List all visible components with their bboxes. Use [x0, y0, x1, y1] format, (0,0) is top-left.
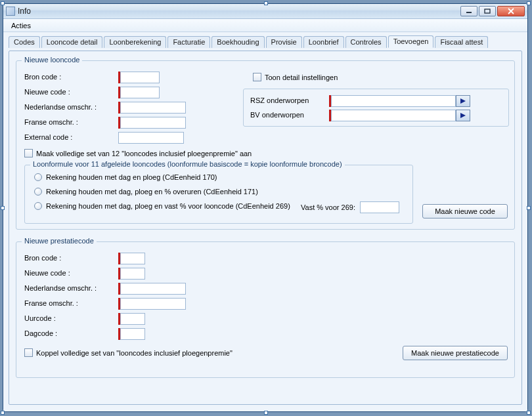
input-nieuwe-code[interactable] [120, 87, 160, 98]
titlebar[interactable]: Info [3, 4, 527, 19]
svg-marker-2 [460, 98, 466, 104]
client-area: CodesLooncode detailLoonberekeningFactur… [3, 32, 527, 411]
input-uurcode[interactable] [120, 313, 145, 325]
radio-dag-ploeg-overuren[interactable]: Rekening houden met dag, ploeg en % over… [34, 188, 258, 196]
input-vast-269[interactable] [360, 201, 399, 213]
window: Info Acties CodesLooncode detailLoonbere… [3, 3, 528, 412]
tab-boekhouding[interactable]: Boekhouding [211, 36, 264, 48]
app-icon [6, 7, 15, 16]
menubar: Acties [3, 19, 527, 32]
checkbox-box-icon [24, 348, 33, 357]
menu-acties[interactable]: Acties [7, 20, 35, 31]
svg-rect-0 [466, 12, 472, 13]
tab-facturatie[interactable]: Facturatie [167, 36, 210, 48]
label-vast-269: Vast % voor 269: [301, 203, 355, 211]
input-p-bron-code[interactable] [120, 253, 145, 264]
input-bron-code[interactable] [120, 72, 160, 83]
label-dagcode: Dagcode : [24, 329, 57, 337]
radio-dag-ploeg[interactable]: Rekening houden met dag en ploeg (CdEenh… [34, 173, 217, 181]
button-maak-nieuwe-code[interactable]: Maak nieuwe code [422, 204, 508, 218]
input-ext-code[interactable] [118, 132, 184, 144]
checkbox-koppel-set-label: Koppel volledige set van "looncodes incl… [36, 349, 233, 357]
tab-loonbrief[interactable]: Loonbrief [303, 36, 344, 48]
label-uurcode: Uurcode : [24, 314, 56, 322]
svg-rect-1 [485, 9, 490, 13]
label-p-bron-code: Bron code : [24, 254, 61, 262]
button-maak-nieuwe-prestatiecode[interactable]: Maak nieuwe prestatiecode [403, 346, 508, 360]
input-p-nieuwe-code[interactable] [120, 268, 145, 280]
tab-strip: CodesLooncode detailLoonberekeningFactur… [3, 32, 527, 48]
tab-codes[interactable]: Codes [9, 36, 40, 48]
minimize-button[interactable] [460, 6, 477, 16]
radio-dag-ploeg-vast-label: Rekening houden met dag, ploeg en vast %… [46, 202, 290, 210]
radio-dot-icon [34, 173, 42, 181]
label-nieuwe-code: Nieuwe code : [24, 88, 70, 96]
checkbox-koppel-set[interactable]: Koppel volledige set van "looncodes incl… [24, 348, 233, 357]
button-maak-nieuwe-code-label: Maak nieuwe code [435, 207, 495, 215]
input-fra-omschr[interactable] [120, 117, 186, 129]
group-nieuwe-looncode: Nieuwe looncode Bron code : Nieuwe code … [16, 60, 515, 230]
tab-provisie[interactable]: Provisie [266, 36, 302, 48]
label-bron-code: Bron code : [24, 73, 61, 81]
legend-nieuwe-looncode: Nieuwe looncode [22, 56, 82, 64]
checkbox-toon-detail[interactable]: Toon detail instellingen [253, 73, 338, 81]
maximize-button[interactable] [479, 6, 496, 16]
button-maak-nieuwe-prestatiecode-label: Maak nieuwe prestatiecode [411, 349, 499, 357]
radio-dot-icon [34, 202, 42, 210]
radio-dag-ploeg-overuren-label: Rekening houden met dag, ploeg en % over… [46, 188, 258, 196]
input-ned-omschr[interactable] [120, 102, 186, 114]
label-bv: BV onderworpen [250, 111, 304, 119]
group-loonformule: Loonformule voor 11 afgeleide looncodes … [24, 165, 413, 224]
checkbox-box-icon [253, 73, 261, 81]
label-p-ned-omschr: Nederlandse omschr. : [24, 284, 97, 292]
play-icon [460, 98, 466, 104]
label-p-fra-omschr: Franse omschr. : [24, 299, 78, 307]
close-button[interactable] [497, 6, 525, 16]
tab-looncode-detail[interactable]: Looncode detail [41, 36, 103, 48]
label-ned-omschr: Nederlandse omschr. : [24, 103, 97, 111]
input-p-ned-omschr[interactable] [120, 283, 186, 295]
window-title: Info [18, 7, 460, 16]
combo-rsz-button[interactable] [456, 95, 470, 107]
radio-dot-icon [34, 188, 42, 196]
play-icon [460, 112, 466, 119]
label-rsz: RSZ onderworpen [250, 96, 309, 104]
label-p-nieuwe-code: Nieuwe code : [24, 269, 70, 277]
input-dagcode[interactable] [120, 328, 145, 340]
legend-loonformule: Loonformule voor 11 afgeleide looncodes … [30, 160, 345, 168]
checkbox-maak-set-label: Maak volledige set van 12 "looncodes inc… [36, 150, 252, 157]
radio-dag-ploeg-vast[interactable]: Rekening houden met dag, ploeg en vast %… [34, 202, 290, 210]
combo-rsz[interactable] [331, 95, 456, 107]
checkbox-maak-set[interactable]: Maak volledige set van 12 "looncodes inc… [24, 149, 252, 157]
tab-panel-toevoegen: Nieuwe looncode Bron code : Nieuwe code … [9, 51, 522, 405]
combo-bv-button[interactable] [456, 110, 470, 121]
tab-fiscaal-attest[interactable]: Fiscaal attest [435, 36, 488, 48]
checkbox-box-icon [24, 149, 33, 157]
checkbox-toon-detail-label: Toon detail instellingen [265, 73, 338, 81]
group-nieuwe-prestatiecode: Nieuwe prestatiecode Bron code : Nieuwe … [16, 241, 515, 378]
label-fra-omschr: Franse omschr. : [24, 118, 78, 126]
svg-marker-3 [460, 113, 466, 118]
combo-bv[interactable] [331, 110, 456, 121]
tab-loonberekening[interactable]: Loonberekening [104, 36, 166, 48]
tab-controles[interactable]: Controles [345, 36, 387, 48]
input-p-fra-omschr[interactable] [120, 298, 186, 310]
group-onderworpen: RSZ onderworpen BV onderworpen [243, 89, 509, 127]
legend-nieuwe-prestatiecode: Nieuwe prestatiecode [22, 237, 97, 245]
label-ext-code: External code : [24, 133, 72, 141]
tab-toevoegen[interactable]: Toevoegen [388, 35, 434, 48]
radio-dag-ploeg-label: Rekening houden met dag en ploeg (CdEenh… [46, 173, 217, 181]
